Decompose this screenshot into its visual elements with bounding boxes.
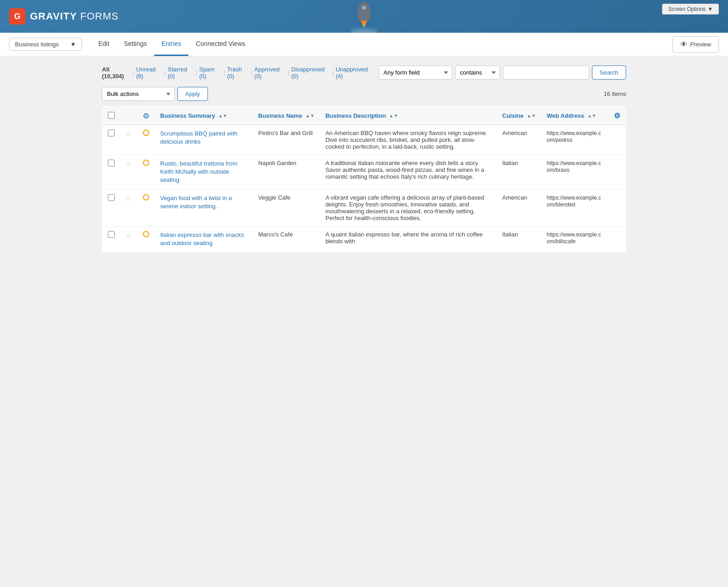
star-icon[interactable]: ☆ [126, 195, 132, 202]
main-content: All (10,304) | Unread (8) | Starred (0) … [91, 56, 637, 261]
table-row: ☆ Scrumptious BBQ paired with delicious … [102, 125, 626, 155]
business-description: A vibrant vegan cafe offering a deliciou… [325, 194, 484, 221]
sort-arrow-desc: ▲▼ [389, 113, 398, 118]
row-description-cell: An American BBQ haven where smoky flavor… [320, 125, 497, 155]
tab-connected-views[interactable]: Connected Views [188, 33, 253, 56]
condition-select[interactable]: contains is is not starts with ends with [455, 65, 500, 80]
row-summary-cell: Rustic, beautiful trattoria from Keith M… [155, 155, 253, 190]
search-input[interactable] [503, 65, 589, 80]
row-checkbox[interactable] [108, 231, 115, 238]
th-cuisine[interactable]: Cuisine ▲▼ [497, 107, 541, 125]
table-header-row: ⊙ Business Summary ▲▼ Business Name ▲▼ [102, 107, 626, 125]
row-description-cell: A traditional Italian ristorante where e… [320, 155, 497, 190]
th-web-address[interactable]: Web Address ▲▼ [541, 107, 608, 125]
logo-icon: G [9, 8, 25, 25]
status-links: All (10,304) | Unread (8) | Starred (0) … [102, 66, 374, 80]
business-name: Veggie Cafe [258, 194, 291, 201]
th-business-name[interactable]: Business Name ▲▼ [253, 107, 320, 125]
row-checkbox-cell [102, 226, 121, 252]
row-star-cell: ☆ [120, 226, 137, 252]
screen-options-button[interactable]: Screen Options ▼ [662, 4, 719, 15]
entry-summary-link[interactable]: Italian espresso bar with snacks and out… [160, 231, 244, 246]
logo-text: GRAVITY FORMS [30, 10, 119, 22]
status-link-starred[interactable]: Starred (0) [168, 66, 194, 80]
cuisine: Italian [502, 231, 518, 238]
cuisine: Italian [502, 160, 518, 166]
th-star [120, 107, 137, 125]
tab-settings[interactable]: Settings [116, 33, 154, 56]
status-link-spam[interactable]: Spam (0) [199, 66, 222, 80]
status-link-all[interactable]: All (10,304) [102, 66, 131, 80]
status-circle [143, 130, 149, 136]
row-cuisine-cell: Italian [497, 155, 541, 190]
sort-arrow-name: ▲▼ [305, 113, 314, 118]
th-select-all[interactable] [102, 107, 121, 125]
status-circle [143, 160, 149, 166]
row-web-cell: https://www.example.com/bravo [541, 155, 608, 190]
row-business-name-cell: Napoli Garden [253, 155, 320, 190]
th-business-summary[interactable]: Business Summary ▲▼ [155, 107, 253, 125]
table-row: ☆ Italian espresso bar with snacks and o… [102, 226, 626, 252]
row-summary-cell: Vegan food with a twist in a serene indo… [155, 189, 253, 226]
business-description: A quaint Italian espresso bar, where the… [325, 231, 483, 245]
eye-icon: 👁 [680, 40, 688, 49]
row-status-cell [137, 226, 155, 252]
search-area: Any form field Business Summary Business… [379, 65, 626, 80]
entry-summary-link[interactable]: Rustic, beautiful trattoria from Keith M… [160, 160, 238, 183]
th-business-description[interactable]: Business Description ▲▼ [320, 107, 497, 125]
business-description: An American BBQ haven where smoky flavor… [325, 130, 487, 150]
rocket-decoration [350, 2, 378, 35]
web-address: https://www.example.com/bravo [547, 160, 601, 173]
web-address: https://www.example.com/blended [547, 195, 601, 208]
table-row: ☆ Vegan food with a twist in a serene in… [102, 189, 626, 226]
entries-table: ⊙ Business Summary ▲▼ Business Name ▲▼ [102, 106, 626, 252]
entry-summary-link[interactable]: Scrumptious BBQ paired with delicious dr… [160, 130, 238, 145]
row-checkbox[interactable] [108, 194, 115, 201]
row-web-cell: https://www.example.com/billscafe [541, 226, 608, 252]
row-checkbox-cell [102, 125, 121, 155]
row-status-cell [137, 155, 155, 190]
row-cuisine-cell: American [497, 125, 541, 155]
status-link-disapproved[interactable]: Disapproved (0) [291, 66, 330, 80]
actions-bar: Bulk actions Mark as read Mark as unread… [102, 87, 626, 101]
row-checkbox[interactable] [108, 160, 115, 166]
row-web-cell: https://www.example.com/pedros [541, 125, 608, 155]
th-status: ⊙ [137, 107, 155, 125]
star-icon[interactable]: ☆ [126, 231, 132, 239]
select-all-checkbox[interactable] [108, 112, 115, 119]
business-name: Napoli Garden [258, 160, 297, 166]
row-cuisine-cell: American [497, 189, 541, 226]
search-button[interactable]: Search [592, 65, 626, 80]
status-header-icon: ⊙ [143, 112, 149, 120]
row-business-name-cell: Veggie Cafe [253, 189, 320, 226]
row-summary-cell: Italian espresso bar with snacks and out… [155, 226, 253, 252]
row-checkbox[interactable] [108, 130, 115, 136]
tab-edit[interactable]: Edit [91, 33, 116, 56]
bulk-actions-select[interactable]: Bulk actions Mark as read Mark as unread… [102, 87, 175, 101]
form-selector[interactable]: Business listings ▼ [9, 38, 82, 51]
sort-arrow-web: ▲▼ [587, 113, 597, 118]
row-actions-cell [608, 155, 626, 190]
status-circle [143, 231, 149, 237]
star-icon[interactable]: ☆ [126, 160, 132, 168]
row-cuisine-cell: Italian [497, 226, 541, 252]
preview-button[interactable]: 👁 Preview [672, 36, 719, 53]
status-link-approved[interactable]: Approved (0) [254, 66, 286, 80]
status-link-unread[interactable]: Unread (8) [136, 66, 162, 80]
row-star-cell: ☆ [120, 125, 137, 155]
apply-button[interactable]: Apply [177, 87, 208, 101]
logo-area: G GRAVITY FORMS [9, 8, 119, 25]
row-business-name-cell: Marco's Cafe [253, 226, 320, 252]
row-star-cell: ☆ [120, 189, 137, 226]
web-address: https://www.example.com/pedros [547, 130, 601, 143]
tab-entries[interactable]: Entries [154, 33, 189, 56]
status-link-unapproved[interactable]: Unapproved (4) [336, 66, 374, 80]
field-select[interactable]: Any form field Business Summary Business… [379, 65, 452, 80]
row-description-cell: A vibrant vegan cafe offering a deliciou… [320, 189, 497, 226]
entry-summary-link[interactable]: Vegan food with a twist in a serene indo… [160, 195, 232, 210]
status-link-trash[interactable]: Trash (0) [227, 66, 249, 80]
th-gear[interactable]: ⚙ [608, 107, 626, 125]
top-bar: G GRAVITY FORMS Screen Options ▼ [0, 0, 728, 33]
star-icon[interactable]: ☆ [126, 130, 132, 138]
gear-icon[interactable]: ⚙ [614, 112, 620, 120]
